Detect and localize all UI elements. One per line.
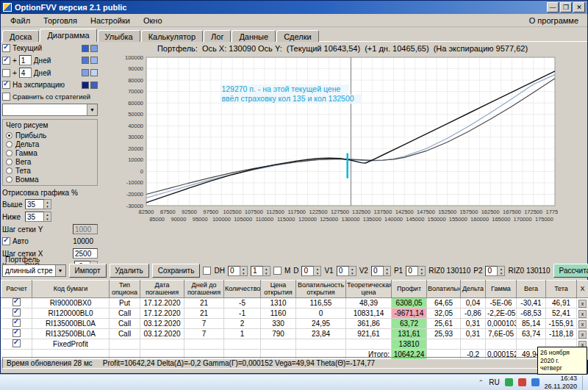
pnl-chart[interactable]: -30000-20000-100000100002000030000400005… [114, 54, 558, 229]
spinner-arrows-icon[interactable]: ▴▾ [349, 266, 356, 276]
tab-calculator[interactable]: Калькулятор [141, 30, 203, 42]
tray-icon-blue[interactable] [531, 378, 539, 386]
draw-option-row[interactable]: Вега [6, 157, 94, 166]
color-swatch[interactable] [82, 82, 89, 89]
curve-checkbox-0[interactable]: ✓ [2, 44, 10, 52]
tab-diagram[interactable]: Диаграмма [40, 29, 96, 42]
chevron-up-icon[interactable]: ⌃ [478, 379, 484, 386]
spinner-arrows-icon[interactable]: ▴▾ [44, 212, 51, 222]
menu-settings[interactable]: Настройки [84, 15, 137, 26]
tray-icon-red[interactable] [518, 378, 526, 386]
column-header[interactable]: Тета [546, 281, 577, 298]
tray-icon-green[interactable] [505, 378, 513, 386]
dh-checkbox[interactable]: ✓ [203, 267, 211, 275]
menu-file[interactable]: Файл [4, 15, 37, 26]
row-close-button[interactable]: х [578, 331, 587, 339]
column-header[interactable]: Вега [517, 281, 546, 298]
spinner-arrows-icon[interactable]: ▴▾ [498, 266, 505, 276]
close-button[interactable]: ✕ [573, 2, 585, 12]
spinner-arrows-icon[interactable]: ▴▾ [418, 266, 426, 276]
column-header[interactable]: Волатильность открытия [296, 281, 346, 298]
grid-auto-checkbox[interactable]: ✓ [2, 237, 10, 245]
field-P2[interactable]: ▴▾ [485, 266, 505, 276]
color-swatch[interactable] [82, 45, 89, 52]
dh-spinner-1[interactable]: ▴▾ [228, 266, 248, 276]
tab-smile[interactable]: Улыбка [98, 30, 140, 42]
row-calc-checkbox[interactable]: ✓ [12, 298, 21, 306]
draw-option-row[interactable]: Тета [6, 166, 94, 175]
compare-strategy-checkbox[interactable]: ✓ [2, 93, 10, 101]
radio-button-5[interactable] [6, 176, 12, 183]
tab-board[interactable]: Доска [2, 30, 39, 42]
spinner-arrows-icon[interactable]: ▴▾ [314, 266, 321, 276]
spinner-arrows-icon[interactable]: ▴▾ [263, 266, 270, 276]
delete-button[interactable]: Удалить [110, 264, 149, 278]
column-header[interactable]: Волатильность [427, 281, 461, 298]
render-below-spinner[interactable]: ▴▾ [25, 212, 51, 222]
column-header[interactable]: Цена открытия [261, 281, 296, 298]
column-header[interactable]: Дней до погашения [184, 281, 224, 298]
chevron-down-icon[interactable]: ▼ [55, 265, 65, 276]
chevron-down-icon[interactable]: ▼ [87, 104, 97, 115]
calc-go-button[interactable]: Рассчитать ГО [553, 264, 588, 278]
language-indicator[interactable]: RU [489, 378, 499, 386]
field-input-V2[interactable] [371, 266, 384, 276]
days-field-1[interactable] [19, 55, 32, 65]
m-checkbox[interactable]: ✓ [273, 267, 282, 275]
radio-button-3[interactable] [6, 159, 12, 165]
menu-about[interactable]: О программе [523, 15, 584, 26]
spinner-arrows-icon[interactable]: ▴▾ [384, 266, 391, 276]
render-above-spinner[interactable]: ▴▾ [25, 199, 51, 209]
column-header[interactable]: X [577, 281, 588, 298]
row-calc-checkbox[interactable]: ✓ [12, 319, 21, 327]
column-header[interactable]: Теоретическая цена [346, 281, 392, 298]
column-header[interactable]: Дата погашения [140, 281, 184, 298]
tab-deals[interactable]: Сделки [276, 30, 319, 42]
color-swatch[interactable] [82, 69, 89, 76]
column-header[interactable]: Гамма [486, 281, 517, 298]
menu-trading[interactable]: Торговля [37, 15, 84, 26]
strategy-compare-dropdown[interactable]: ▼ [2, 104, 98, 116]
import-button[interactable]: Импорт [69, 264, 107, 278]
taskbar-clock[interactable]: 16:43 26.11.2020 [545, 375, 577, 390]
menu-window[interactable]: Окно [137, 15, 169, 26]
row-calc-checkbox[interactable]: ✓ [12, 308, 21, 317]
color-swatch[interactable] [82, 57, 89, 64]
row-close-button[interactable]: х [578, 320, 587, 328]
field-D[interactable]: ▴▾ [301, 266, 321, 276]
radio-button-2[interactable] [6, 150, 12, 156]
color-swatch[interactable] [90, 69, 98, 76]
column-header[interactable]: Тип опциона [110, 281, 140, 298]
column-header[interactable]: Профит [392, 281, 427, 298]
color-swatch[interactable] [90, 82, 98, 89]
radio-button-0[interactable] [6, 132, 12, 139]
field-P1[interactable]: ▴▾ [406, 266, 426, 276]
color-swatch[interactable] [90, 57, 98, 64]
radio-button-4[interactable] [6, 167, 12, 174]
field-V2[interactable]: ▴▾ [371, 266, 391, 276]
minimize-button[interactable]: — [547, 2, 559, 12]
maximize-button[interactable]: ❐ [560, 2, 572, 12]
radio-button-1[interactable] [6, 141, 12, 148]
grid-step-x-field[interactable] [73, 248, 98, 259]
render-above-field[interactable] [25, 199, 44, 209]
field-V1[interactable]: ▴▾ [337, 266, 356, 276]
field-input-P2[interactable] [485, 266, 498, 276]
show-desktop-button[interactable] [582, 375, 586, 390]
render-below-field[interactable] [25, 212, 44, 222]
grid-step-y-field[interactable] [73, 224, 98, 234]
dh-field-1[interactable] [228, 266, 240, 276]
curve-checkbox-2[interactable]: ✓ [2, 69, 10, 77]
column-header[interactable]: Расчет [1, 281, 32, 298]
tab-data[interactable]: Данные [232, 30, 276, 42]
field-input-D[interactable] [301, 266, 314, 276]
draw-option-row[interactable]: Прибыль [6, 131, 94, 140]
draw-option-row[interactable]: Вомма [6, 175, 94, 184]
color-swatch[interactable] [90, 45, 98, 52]
column-header[interactable]: Дельта [461, 281, 486, 298]
row-calc-checkbox[interactable]: ✓ [12, 339, 21, 347]
tab-log[interactable]: Лог [204, 30, 231, 42]
dh-spinner-2[interactable]: ▴▾ [251, 266, 270, 276]
curve-checkbox-1[interactable]: ✓ [2, 57, 10, 65]
spinner-arrows-icon[interactable]: ▴▾ [240, 266, 248, 276]
